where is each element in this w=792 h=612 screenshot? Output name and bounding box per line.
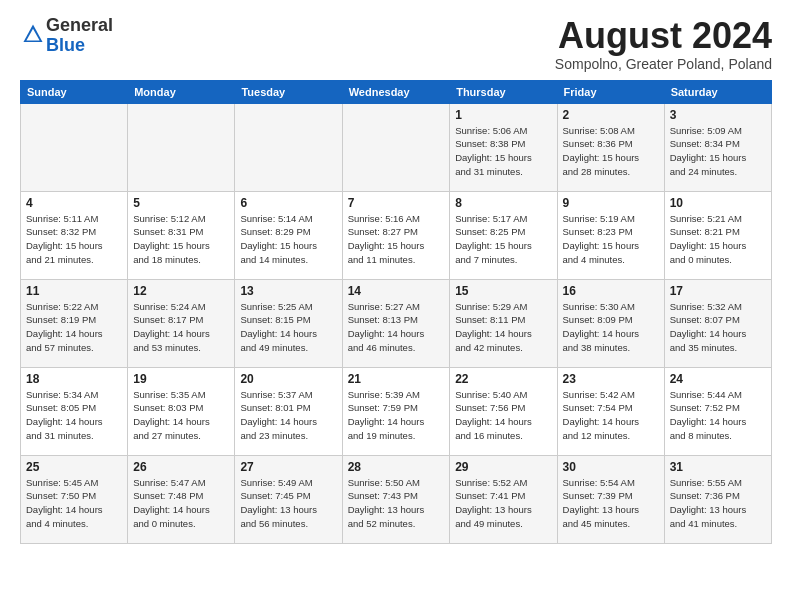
day-number: 13 [240,284,336,298]
calendar-cell [235,103,342,191]
calendar-cell: 13Sunrise: 5:25 AMSunset: 8:15 PMDayligh… [235,279,342,367]
day-info: Sunrise: 5:35 AMSunset: 8:03 PMDaylight:… [133,388,229,443]
weekday-header-thursday: Thursday [450,80,557,103]
day-info: Sunrise: 5:45 AMSunset: 7:50 PMDaylight:… [26,476,122,531]
logo: General Blue [20,16,113,56]
calendar-cell: 20Sunrise: 5:37 AMSunset: 8:01 PMDayligh… [235,367,342,455]
day-info: Sunrise: 5:14 AMSunset: 8:29 PMDaylight:… [240,212,336,267]
day-info: Sunrise: 5:44 AMSunset: 7:52 PMDaylight:… [670,388,766,443]
weekday-header-wednesday: Wednesday [342,80,450,103]
day-number: 27 [240,460,336,474]
weekday-header-sunday: Sunday [21,80,128,103]
weekday-header-friday: Friday [557,80,664,103]
day-number: 14 [348,284,445,298]
calendar-cell: 2Sunrise: 5:08 AMSunset: 8:36 PMDaylight… [557,103,664,191]
day-info: Sunrise: 5:17 AMSunset: 8:25 PMDaylight:… [455,212,551,267]
calendar-cell: 30Sunrise: 5:54 AMSunset: 7:39 PMDayligh… [557,455,664,543]
calendar-cell: 22Sunrise: 5:40 AMSunset: 7:56 PMDayligh… [450,367,557,455]
calendar-week-1: 1Sunrise: 5:06 AMSunset: 8:38 PMDaylight… [21,103,772,191]
calendar-cell: 24Sunrise: 5:44 AMSunset: 7:52 PMDayligh… [664,367,771,455]
calendar-table: SundayMondayTuesdayWednesdayThursdayFrid… [20,80,772,544]
calendar-cell: 26Sunrise: 5:47 AMSunset: 7:48 PMDayligh… [128,455,235,543]
calendar-cell: 27Sunrise: 5:49 AMSunset: 7:45 PMDayligh… [235,455,342,543]
calendar-cell: 3Sunrise: 5:09 AMSunset: 8:34 PMDaylight… [664,103,771,191]
day-number: 24 [670,372,766,386]
day-info: Sunrise: 5:55 AMSunset: 7:36 PMDaylight:… [670,476,766,531]
day-info: Sunrise: 5:30 AMSunset: 8:09 PMDaylight:… [563,300,659,355]
calendar-cell: 28Sunrise: 5:50 AMSunset: 7:43 PMDayligh… [342,455,450,543]
logo-icon [22,23,44,45]
day-number: 15 [455,284,551,298]
calendar-week-2: 4Sunrise: 5:11 AMSunset: 8:32 PMDaylight… [21,191,772,279]
calendar-week-5: 25Sunrise: 5:45 AMSunset: 7:50 PMDayligh… [21,455,772,543]
calendar-week-4: 18Sunrise: 5:34 AMSunset: 8:05 PMDayligh… [21,367,772,455]
day-number: 26 [133,460,229,474]
calendar-cell: 21Sunrise: 5:39 AMSunset: 7:59 PMDayligh… [342,367,450,455]
page-header: General Blue August 2024 Sompolno, Great… [20,16,772,72]
day-number: 16 [563,284,659,298]
day-info: Sunrise: 5:19 AMSunset: 8:23 PMDaylight:… [563,212,659,267]
day-number: 11 [26,284,122,298]
day-info: Sunrise: 5:16 AMSunset: 8:27 PMDaylight:… [348,212,445,267]
weekday-header-monday: Monday [128,80,235,103]
day-info: Sunrise: 5:11 AMSunset: 8:32 PMDaylight:… [26,212,122,267]
calendar-cell: 4Sunrise: 5:11 AMSunset: 8:32 PMDaylight… [21,191,128,279]
day-info: Sunrise: 5:32 AMSunset: 8:07 PMDaylight:… [670,300,766,355]
day-info: Sunrise: 5:22 AMSunset: 8:19 PMDaylight:… [26,300,122,355]
calendar-cell: 16Sunrise: 5:30 AMSunset: 8:09 PMDayligh… [557,279,664,367]
day-number: 25 [26,460,122,474]
weekday-header-saturday: Saturday [664,80,771,103]
day-info: Sunrise: 5:42 AMSunset: 7:54 PMDaylight:… [563,388,659,443]
day-info: Sunrise: 5:06 AMSunset: 8:38 PMDaylight:… [455,124,551,179]
calendar-cell: 29Sunrise: 5:52 AMSunset: 7:41 PMDayligh… [450,455,557,543]
weekday-header-tuesday: Tuesday [235,80,342,103]
calendar-body: 1Sunrise: 5:06 AMSunset: 8:38 PMDaylight… [21,103,772,543]
calendar-cell: 7Sunrise: 5:16 AMSunset: 8:27 PMDaylight… [342,191,450,279]
logo-general-text: General [46,15,113,35]
calendar-cell: 25Sunrise: 5:45 AMSunset: 7:50 PMDayligh… [21,455,128,543]
day-number: 9 [563,196,659,210]
day-info: Sunrise: 5:34 AMSunset: 8:05 PMDaylight:… [26,388,122,443]
day-number: 23 [563,372,659,386]
day-info: Sunrise: 5:12 AMSunset: 8:31 PMDaylight:… [133,212,229,267]
day-number: 29 [455,460,551,474]
day-info: Sunrise: 5:47 AMSunset: 7:48 PMDaylight:… [133,476,229,531]
calendar-cell: 31Sunrise: 5:55 AMSunset: 7:36 PMDayligh… [664,455,771,543]
month-title: August 2024 [555,16,772,56]
day-info: Sunrise: 5:52 AMSunset: 7:41 PMDaylight:… [455,476,551,531]
calendar-cell: 6Sunrise: 5:14 AMSunset: 8:29 PMDaylight… [235,191,342,279]
day-info: Sunrise: 5:27 AMSunset: 8:13 PMDaylight:… [348,300,445,355]
day-info: Sunrise: 5:09 AMSunset: 8:34 PMDaylight:… [670,124,766,179]
day-number: 30 [563,460,659,474]
calendar-cell: 8Sunrise: 5:17 AMSunset: 8:25 PMDaylight… [450,191,557,279]
calendar-cell: 23Sunrise: 5:42 AMSunset: 7:54 PMDayligh… [557,367,664,455]
location-text: Sompolno, Greater Poland, Poland [555,56,772,72]
calendar-cell [21,103,128,191]
day-number: 12 [133,284,229,298]
day-number: 10 [670,196,766,210]
day-info: Sunrise: 5:40 AMSunset: 7:56 PMDaylight:… [455,388,551,443]
day-info: Sunrise: 5:50 AMSunset: 7:43 PMDaylight:… [348,476,445,531]
day-info: Sunrise: 5:21 AMSunset: 8:21 PMDaylight:… [670,212,766,267]
day-number: 18 [26,372,122,386]
calendar-cell: 11Sunrise: 5:22 AMSunset: 8:19 PMDayligh… [21,279,128,367]
day-info: Sunrise: 5:54 AMSunset: 7:39 PMDaylight:… [563,476,659,531]
day-number: 19 [133,372,229,386]
calendar-header-row: SundayMondayTuesdayWednesdayThursdayFrid… [21,80,772,103]
day-number: 28 [348,460,445,474]
calendar-cell: 5Sunrise: 5:12 AMSunset: 8:31 PMDaylight… [128,191,235,279]
day-info: Sunrise: 5:08 AMSunset: 8:36 PMDaylight:… [563,124,659,179]
day-info: Sunrise: 5:37 AMSunset: 8:01 PMDaylight:… [240,388,336,443]
day-info: Sunrise: 5:29 AMSunset: 8:11 PMDaylight:… [455,300,551,355]
day-info: Sunrise: 5:24 AMSunset: 8:17 PMDaylight:… [133,300,229,355]
calendar-cell [342,103,450,191]
calendar-cell: 18Sunrise: 5:34 AMSunset: 8:05 PMDayligh… [21,367,128,455]
day-number: 6 [240,196,336,210]
title-block: August 2024 Sompolno, Greater Poland, Po… [555,16,772,72]
day-info: Sunrise: 5:39 AMSunset: 7:59 PMDaylight:… [348,388,445,443]
calendar-cell: 17Sunrise: 5:32 AMSunset: 8:07 PMDayligh… [664,279,771,367]
calendar-week-3: 11Sunrise: 5:22 AMSunset: 8:19 PMDayligh… [21,279,772,367]
calendar-cell: 12Sunrise: 5:24 AMSunset: 8:17 PMDayligh… [128,279,235,367]
day-number: 17 [670,284,766,298]
calendar-cell: 19Sunrise: 5:35 AMSunset: 8:03 PMDayligh… [128,367,235,455]
